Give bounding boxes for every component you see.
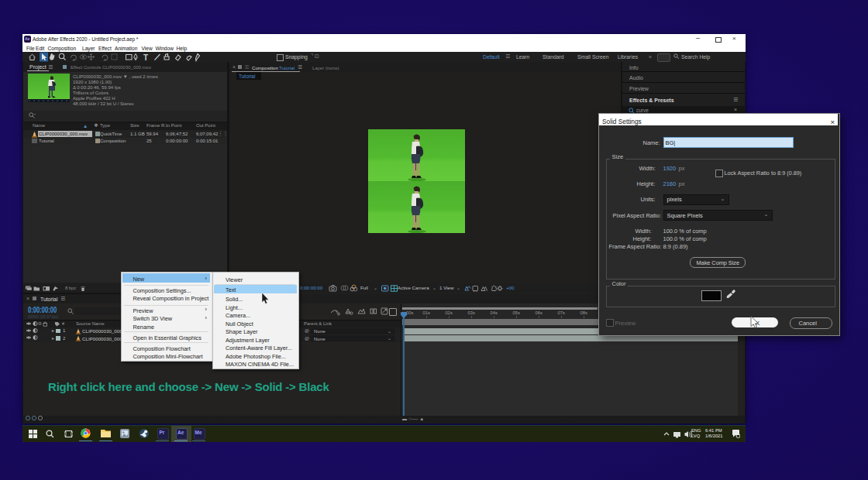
- svg-text:T: T: [143, 53, 148, 61]
